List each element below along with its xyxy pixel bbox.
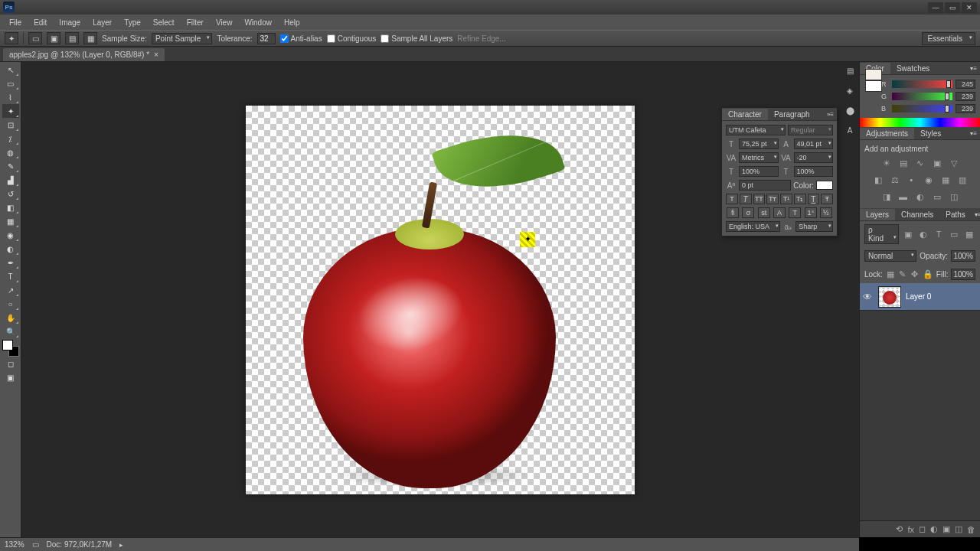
baseline-input[interactable]: 0 pt: [739, 180, 791, 191]
hue-icon[interactable]: ◧: [872, 174, 884, 186]
layer-name[interactable]: Layer 0: [906, 292, 931, 301]
strike-button[interactable]: Ŧ: [821, 194, 833, 204]
adjustments-panel-menu-icon[interactable]: ▾≡: [967, 130, 980, 137]
language-dropdown[interactable]: English: USA: [726, 221, 780, 232]
color-balance-icon[interactable]: ⚖: [889, 174, 901, 186]
zoom-level[interactable]: 132%: [5, 540, 24, 549]
filter-pixel-icon[interactable]: ▣: [902, 228, 914, 240]
tab-paragraph[interactable]: Paragraph: [768, 109, 816, 120]
delete-layer-icon[interactable]: 🗑: [967, 525, 975, 534]
type-panel-icon[interactable]: A: [842, 123, 858, 137]
g-value[interactable]: 239: [956, 92, 975, 101]
character-panel-menu-icon[interactable]: »≡: [824, 111, 837, 118]
color-preview-swatches[interactable]: [865, 69, 882, 92]
photo-filter-icon[interactable]: ◉: [923, 174, 935, 186]
menu-image[interactable]: Image: [53, 17, 87, 28]
filter-shape-icon[interactable]: ▭: [948, 228, 960, 240]
lock-all-icon[interactable]: 🔒: [923, 268, 933, 280]
ot-frac-button[interactable]: ½: [820, 207, 832, 218]
brightness-icon[interactable]: ☀: [880, 157, 893, 169]
close-button[interactable]: ✕: [962, 2, 977, 13]
intersect-selection-icon[interactable]: ▦: [83, 32, 97, 44]
eyedropper-tool[interactable]: ⁒: [2, 132, 19, 145]
menu-file[interactable]: File: [3, 17, 28, 28]
eraser-tool[interactable]: ◧: [2, 201, 19, 214]
invert-icon[interactable]: ◨: [880, 191, 893, 203]
tab-character[interactable]: Character: [722, 109, 768, 120]
subtract-selection-icon[interactable]: ▤: [65, 32, 79, 44]
exposure-icon[interactable]: ▣: [931, 157, 943, 169]
menu-view[interactable]: View: [210, 17, 239, 28]
layer-style-icon[interactable]: fx: [907, 525, 914, 534]
superscript-button[interactable]: T¹: [780, 194, 792, 204]
ot-fi-button[interactable]: fi: [727, 207, 739, 218]
layer-kind-filter[interactable]: ρ Kind: [864, 224, 899, 244]
healing-brush-tool[interactable]: ◍: [2, 145, 19, 159]
menu-select[interactable]: Select: [147, 17, 181, 28]
tracking-input[interactable]: -20: [794, 152, 834, 163]
hand-tool[interactable]: ✋: [2, 311, 19, 324]
threshold-icon[interactable]: ◐: [914, 191, 926, 203]
color-swatches[interactable]: [2, 340, 19, 357]
path-selection-tool[interactable]: ↗: [2, 283, 19, 297]
status-icon[interactable]: ▭: [32, 540, 39, 549]
lock-pixels-icon[interactable]: ✎: [898, 268, 907, 280]
vibrance-icon[interactable]: ▽: [948, 157, 960, 169]
bold-button[interactable]: T: [726, 194, 738, 204]
filter-type-icon[interactable]: T: [933, 228, 945, 240]
brushes-panel-icon[interactable]: ⬤: [842, 103, 858, 117]
sample-all-checkbox[interactable]: Sample All Layers: [381, 34, 452, 43]
smallcaps-button[interactable]: Tᴛ: [766, 194, 779, 204]
dodge-tool[interactable]: ◐: [2, 242, 19, 256]
sample-size-dropdown[interactable]: Point Sample: [152, 33, 212, 44]
maximize-button[interactable]: ▭: [945, 2, 960, 13]
fill-value[interactable]: 100%: [951, 269, 975, 280]
tab-layers[interactable]: Layers: [860, 209, 895, 220]
tab-channels[interactable]: Channels: [895, 209, 939, 220]
type-tool[interactable]: T: [2, 269, 19, 283]
gradient-map-icon[interactable]: ▭: [931, 191, 943, 203]
magic-wand-tool[interactable]: ✦: [2, 104, 19, 118]
clone-stamp-tool[interactable]: ▟: [2, 173, 19, 187]
italic-button[interactable]: T: [740, 194, 752, 204]
bw-icon[interactable]: ▪: [906, 174, 918, 186]
ot-a-button[interactable]: A: [773, 207, 786, 218]
b-slider[interactable]: [892, 105, 952, 112]
new-layer-icon[interactable]: ◫: [955, 524, 962, 534]
ot-1st-button[interactable]: 1ˢ: [805, 207, 817, 218]
layers-panel-menu-icon[interactable]: ▾≡: [972, 211, 980, 218]
opacity-value[interactable]: 100%: [951, 250, 975, 262]
r-slider[interactable]: [892, 80, 952, 88]
leading-input[interactable]: 49,01 pt: [794, 139, 834, 149]
ot-sigma-button[interactable]: σ: [742, 207, 754, 218]
document-tab[interactable]: apples2.jpg @ 132% (Layer 0, RGB/8#) * ×: [3, 48, 165, 61]
tab-styles[interactable]: Styles: [914, 128, 947, 139]
shape-tool[interactable]: ○: [2, 297, 19, 311]
tab-swatches[interactable]: Swatches: [890, 63, 936, 74]
filter-smart-icon[interactable]: ▦: [963, 228, 975, 240]
underline-button[interactable]: T: [808, 194, 820, 204]
tab-adjustments[interactable]: Adjustments: [860, 128, 914, 139]
ot-t-button[interactable]: T: [789, 207, 801, 218]
link-layers-icon[interactable]: ⟲: [896, 524, 903, 534]
g-slider[interactable]: [892, 93, 952, 100]
channel-mixer-icon[interactable]: ▦: [939, 174, 952, 186]
new-group-icon[interactable]: ▣: [942, 524, 950, 534]
blur-tool[interactable]: ◉: [2, 228, 19, 242]
quick-mask-icon[interactable]: ◻: [2, 357, 19, 370]
crop-tool[interactable]: ⊡: [2, 118, 19, 132]
menu-type[interactable]: Type: [118, 17, 147, 28]
allcaps-button[interactable]: TT: [753, 194, 766, 204]
ot-st-button[interactable]: st: [758, 207, 770, 218]
history-panel-icon[interactable]: ▤: [842, 64, 858, 77]
history-brush-tool[interactable]: ↺: [2, 187, 19, 201]
color-spectrum[interactable]: [860, 118, 980, 127]
properties-panel-icon[interactable]: ◈: [842, 83, 858, 97]
brush-tool[interactable]: ✎: [2, 159, 19, 173]
screen-mode-icon[interactable]: ▣: [2, 370, 19, 384]
lock-position-icon[interactable]: ✥: [910, 268, 920, 280]
font-style-dropdown[interactable]: Regular: [788, 125, 833, 135]
r-value[interactable]: 245: [956, 80, 975, 89]
kerning-dropdown[interactable]: Metrics: [739, 152, 779, 163]
tab-paths[interactable]: Paths: [939, 209, 972, 220]
